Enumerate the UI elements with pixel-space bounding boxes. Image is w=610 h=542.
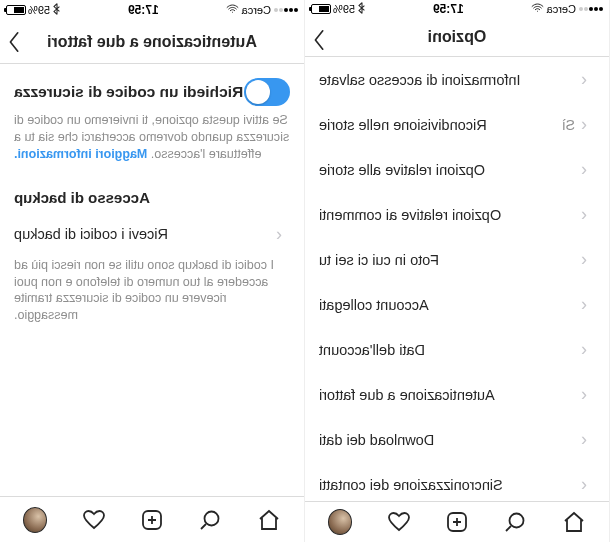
chevron-left-icon: ‹: [581, 249, 587, 270]
bluetooth-icon: [53, 3, 61, 17]
tab-search[interactable]: [198, 508, 222, 532]
status-bar: Cerca 17:59 59%: [0, 0, 304, 20]
screen-header: Opzioni: [305, 18, 609, 58]
back-button[interactable]: [313, 18, 327, 62]
row-value: Sì: [562, 117, 575, 133]
row-comment-options[interactable]: ‹ Opzioni relative ai commenti: [305, 192, 609, 237]
tab-bar: [305, 501, 609, 542]
row-label: Download dei dati: [319, 432, 434, 448]
row-data-download[interactable]: ‹ Download dei dati: [305, 417, 609, 462]
row-label: Informazioni di accesso salvate: [319, 72, 521, 88]
row-require-security-code: Richiedi un codice di sicurezza: [0, 64, 304, 112]
security-code-toggle[interactable]: [244, 78, 290, 106]
row-contact-sync[interactable]: ‹ Sincronizzazione dei contatti: [305, 462, 609, 500]
battery-pct: 59%: [28, 4, 50, 16]
row-account-data[interactable]: ‹ Dati dell'account: [305, 327, 609, 372]
tab-activity[interactable]: [82, 508, 106, 532]
screen-header: Autenticazione a due fattori: [0, 20, 304, 64]
status-bar: Cerca 17:59 59%: [305, 0, 609, 18]
row-label: Opzioni relative ai commenti: [319, 207, 501, 223]
tab-profile[interactable]: [328, 510, 352, 534]
back-button[interactable]: [8, 20, 22, 64]
row-label: Autenticazione a due fattori: [319, 387, 495, 403]
backup-description: I codici di backup sono utili se non rie…: [0, 257, 304, 337]
avatar: [23, 507, 47, 533]
bluetooth-icon: [358, 2, 366, 16]
row-story-resharing[interactable]: ‹Sì Ricondivisione nelle storie: [305, 102, 609, 147]
svg-point-0: [510, 513, 524, 527]
chevron-left-icon: ‹: [581, 204, 587, 225]
more-info-link[interactable]: Maggiori informazioni.: [14, 147, 147, 161]
toggle-description: Se attivi questa opzione, ti invieremo u…: [0, 112, 304, 175]
tab-profile[interactable]: [23, 508, 47, 532]
carrier-label: Cerca: [242, 4, 271, 16]
clock: 17:59: [433, 2, 464, 16]
avatar: [328, 509, 352, 535]
battery-pct: 59%: [333, 3, 355, 15]
chevron-left-icon: ‹: [581, 474, 587, 495]
battery-icon: 59%: [6, 4, 50, 16]
chevron-left-icon: ‹: [581, 69, 587, 90]
row-label: Dati dell'account: [319, 342, 425, 358]
chevron-left-icon: ‹: [581, 294, 587, 315]
tab-bar: [0, 496, 304, 542]
row-two-factor-auth[interactable]: ‹ Autenticazione a due fattori: [305, 372, 609, 417]
tab-search[interactable]: [503, 510, 527, 534]
toggle-label: Richiedi un codice di sicurezza: [14, 83, 243, 101]
tab-home[interactable]: [562, 510, 586, 534]
row-label: Account collegati: [319, 297, 429, 313]
row-linked-accounts[interactable]: ‹ Account collegati: [305, 282, 609, 327]
chevron-left-icon: ‹: [581, 339, 587, 360]
battery-icon: 59%: [311, 3, 355, 15]
row-saved-login[interactable]: ‹ Informazioni di accesso salvate: [305, 57, 609, 102]
clock: 17:59: [128, 3, 159, 17]
two-factor-screen: Cerca 17:59 59% Autenticazione a due fat…: [0, 0, 305, 542]
page-title: Opzioni: [428, 28, 487, 46]
row-story-options[interactable]: ‹ Opzioni relative alle storie: [305, 147, 609, 192]
tab-home[interactable]: [257, 508, 281, 532]
chevron-left-icon: ‹: [581, 114, 587, 135]
page-title: Autenticazione a due fattori: [47, 33, 257, 51]
backup-access-section: Accesso di backup: [0, 175, 304, 212]
options-list: ‹ Informazioni di accesso salvate ‹Sì Ri…: [305, 57, 609, 500]
row-get-backup-codes[interactable]: ‹ Ricevi i codici di backup: [0, 212, 304, 257]
signal-icon: [579, 7, 603, 11]
wifi-icon: [226, 3, 239, 17]
options-screen: Cerca 17:59 59% Opzioni ‹ Informazioni d…: [305, 0, 610, 542]
svg-point-2: [205, 511, 219, 525]
row-label: Ricondivisione nelle storie: [319, 117, 487, 133]
row-label: Foto in cui ci sei tu: [319, 252, 439, 268]
tab-add-post[interactable]: [445, 510, 469, 534]
row-label: Ricevi i codici di backup: [14, 226, 168, 242]
chevron-left-icon: ‹: [581, 384, 587, 405]
row-label: Opzioni relative alle storie: [319, 162, 485, 178]
chevron-left-icon: ‹: [581, 429, 587, 450]
row-photos-of-you[interactable]: ‹ Foto in cui ci sei tu: [305, 237, 609, 282]
tab-activity[interactable]: [387, 510, 411, 534]
two-factor-content: Richiedi un codice di sicurezza Se attiv…: [0, 64, 304, 496]
signal-icon: [274, 8, 298, 12]
tab-add-post[interactable]: [140, 508, 164, 532]
row-label: Sincronizzazione dei contatti: [319, 477, 503, 493]
chevron-left-icon: ‹: [581, 159, 587, 180]
carrier-label: Cerca: [547, 3, 576, 15]
chevron-left-icon: ‹: [276, 224, 282, 245]
wifi-icon: [531, 2, 544, 16]
